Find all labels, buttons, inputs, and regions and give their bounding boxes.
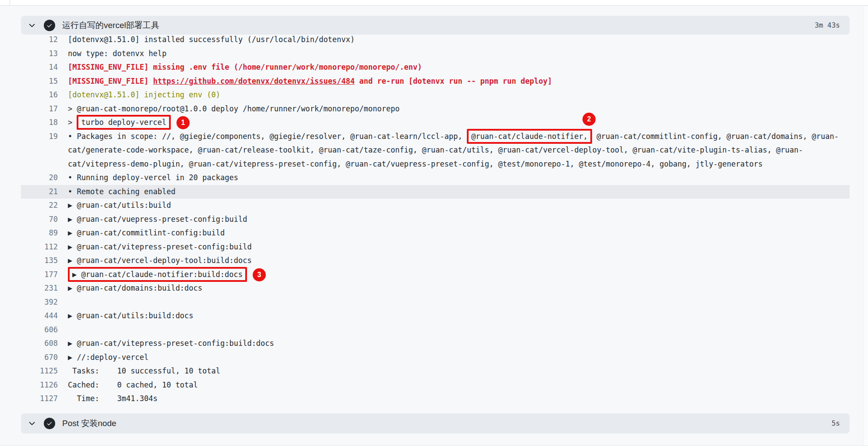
annotation-badge: 2 xyxy=(582,113,596,126)
log-row: 19• Packages in scope: //, @giegie/compo… xyxy=(21,130,850,144)
log-row: 17> @ruan-cat-monorepo/root@1.0.0 deploy… xyxy=(21,102,850,116)
line-number: 19 xyxy=(21,130,58,144)
log-row: 135▶ @ruan-cat/vercel-deploy-tool:build:… xyxy=(21,254,850,268)
log-text-segment: ▶ @ruan-cat/utils:build:docs xyxy=(68,311,194,320)
log-text-segment: and re-run [dotenvx run -- pnpm run depl… xyxy=(355,77,552,85)
step-duration: 5s xyxy=(832,419,840,427)
log-line-text: ▶ @ruan-cat/utils:build xyxy=(58,199,171,213)
log-text-segment: [dotenvx@1.51.0] injecting env (0) xyxy=(68,90,220,99)
line-number: 15 xyxy=(21,75,58,89)
log-line-text: cat/vitepress-demo-plugin, @ruan-cat/vit… xyxy=(58,157,762,171)
log-link[interactable]: https://github.com/dotenvx/dotenvx/issue… xyxy=(153,77,355,85)
log-text-segment: ▶ @ruan-cat/utils:build xyxy=(68,201,171,210)
log-row: 20• Running deploy-vercel in 20 packages xyxy=(21,171,850,185)
success-check-icon xyxy=(44,418,55,429)
line-number: 89 xyxy=(21,226,58,240)
log-row: 177▶ @ruan-cat/claude-notifier:build:doc… xyxy=(21,268,850,282)
line-number: 392 xyxy=(21,295,58,309)
line-number: 608 xyxy=(21,337,58,351)
log-row: 606 xyxy=(21,323,850,337)
left-border-line xyxy=(10,0,10,6)
log-line-text xyxy=(58,323,68,337)
log-text-segment: [MISSING_ENV_FILE] missing .env file (/h… xyxy=(68,63,422,71)
log-line-text: cat/generate-code-workspace, @ruan-cat/r… xyxy=(58,143,803,157)
line-number: 12 xyxy=(21,33,58,47)
step-duration: 3m 43s xyxy=(815,21,840,29)
bottom-divider xyxy=(0,445,868,448)
log-line-text: ▶ @ruan-cat/domains:build:docs xyxy=(58,281,202,295)
log-text-segment: • Running deploy-vercel in 20 packages xyxy=(68,173,238,182)
log-row: 70▶ @ruan-cat/vuepress-preset-config:bui… xyxy=(21,213,850,227)
log-row: 1126Cached: 0 cached, 10 total xyxy=(21,378,850,392)
annotation-badge: 1 xyxy=(176,116,190,129)
log-text-segment: > @ruan-cat-monorepo/root@1.0.0 deploy /… xyxy=(68,104,399,113)
line-number: 20 xyxy=(21,171,58,185)
log-text-segment: ▶ //:deploy-vercel xyxy=(68,353,148,362)
log-row: 444▶ @ruan-cat/utils:build:docs xyxy=(21,309,850,323)
annotation-box: @ruan-cat/claude-notifier,2 xyxy=(467,129,592,144)
job-log-container: 运行自写的vercel部署工具 3m 43s 12[dotenvx@1.51.0… xyxy=(21,16,850,434)
log-row: 112▶ @ruan-cat/vitepress-preset-config:b… xyxy=(21,240,850,254)
log-text-segment: ▶ @ruan-cat/commitlint-config:build xyxy=(68,228,225,237)
log-row: 12[dotenvx@1.51.0] installed successfull… xyxy=(21,33,850,47)
log-row: 1125 Tasks: 10 successful, 10 total xyxy=(21,364,850,378)
log-line-text: Cached: 0 cached, 10 total xyxy=(58,378,198,392)
step-header-vercel-deploy[interactable]: 运行自写的vercel部署工具 3m 43s xyxy=(21,16,850,35)
annotation-badge: 3 xyxy=(253,268,266,281)
log-text-segment: cat/generate-code-workspace, @ruan-cat/r… xyxy=(68,146,803,154)
log-line-text: ▶ @ruan-cat/commitlint-config:build xyxy=(58,226,225,240)
success-check-icon xyxy=(44,20,55,31)
line-number: 112 xyxy=(21,240,58,254)
line-number: 444 xyxy=(21,309,58,323)
log-line-text: ▶ @ruan-cat/claude-notifier:build:docs3 xyxy=(58,268,266,282)
top-divider xyxy=(0,0,868,6)
line-number: 670 xyxy=(21,351,58,365)
log-text-segment: ▶ @ruan-cat/domains:build:docs xyxy=(68,284,202,292)
log-row: 13now type: dotenvx help xyxy=(21,47,850,61)
log-text-segment: > xyxy=(68,118,77,127)
chevron-down-icon[interactable] xyxy=(28,21,36,29)
line-number xyxy=(21,143,58,157)
line-number: 22 xyxy=(21,199,58,213)
right-edge-gutter xyxy=(864,6,868,448)
log-text-segment: now type: dotenvx help xyxy=(68,49,166,58)
line-number: 1127 xyxy=(21,392,58,406)
line-number: 16 xyxy=(21,88,58,102)
log-row: 231▶ @ruan-cat/domains:build:docs xyxy=(21,281,850,295)
log-row: cat/vitepress-demo-plugin, @ruan-cat/vit… xyxy=(21,157,850,171)
log-line-text: ▶ //:deploy-vercel xyxy=(58,351,148,365)
step-header-post-install-node[interactable]: Post 安装node 5s xyxy=(21,413,850,434)
log-line-text: ▶ @ruan-cat/vercel-deploy-tool:build:doc… xyxy=(58,254,252,268)
step-title: Post 安装node xyxy=(62,418,832,429)
log-text-segment: @ruan-cat/claude-notifier, xyxy=(471,132,588,141)
line-number: 231 xyxy=(21,281,58,295)
log-line-text: [dotenvx@1.51.0] installed successfully … xyxy=(58,33,355,47)
line-number: 135 xyxy=(21,254,58,268)
log-line-text: [dotenvx@1.51.0] injecting env (0) xyxy=(58,88,220,102)
log-line-text: Time: 3m41.304s xyxy=(58,392,158,406)
line-number: 606 xyxy=(21,323,58,337)
log-line-text: ▶ @ruan-cat/utils:build:docs xyxy=(58,309,194,323)
log-row: 22▶ @ruan-cat/utils:build xyxy=(21,199,850,213)
line-number: 1126 xyxy=(21,378,58,392)
line-number: 21 xyxy=(21,185,58,199)
line-number: 13 xyxy=(21,47,58,61)
line-number: 18 xyxy=(21,116,58,130)
line-number: 177 xyxy=(21,268,58,282)
log-text-segment: ▶ @ruan-cat/vitepress-preset-config:buil… xyxy=(68,339,274,348)
line-number: 1125 xyxy=(21,364,58,378)
log-text-segment: ▶ @ruan-cat/vitepress-preset-config:buil… xyxy=(68,242,252,251)
log-line-text: [MISSING_ENV_FILE] missing .env file (/h… xyxy=(58,60,422,75)
chevron-down-icon[interactable] xyxy=(28,420,36,427)
log-text-segment: • Remote caching enabled xyxy=(68,187,176,196)
line-number: 14 xyxy=(21,60,58,75)
log-line-text: Tasks: 10 successful, 10 total xyxy=(58,364,220,378)
log-line-text: [MISSING_ENV_FILE] https://github.com/do… xyxy=(58,75,552,89)
log-text-segment: cat/vitepress-demo-plugin, @ruan-cat/vit… xyxy=(68,160,762,168)
log-line-text xyxy=(58,295,68,309)
log-text-segment: Time: 3m41.304s xyxy=(68,394,158,403)
log-text-segment: turbo deploy-vercel xyxy=(81,118,166,127)
log-line-text: ▶ @ruan-cat/vitepress-preset-config:buil… xyxy=(58,240,252,254)
line-number: 17 xyxy=(21,102,58,116)
step-title: 运行自写的vercel部署工具 xyxy=(62,20,815,31)
